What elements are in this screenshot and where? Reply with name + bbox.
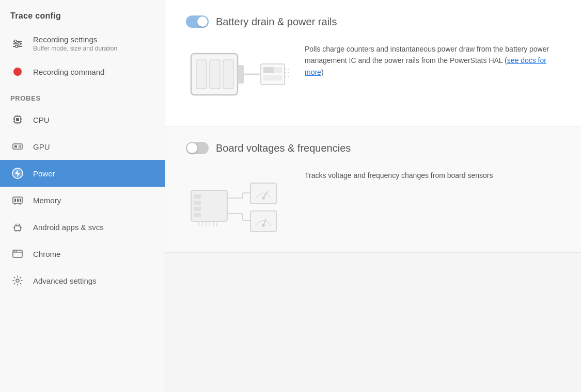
cpu-label: CPU bbox=[33, 116, 50, 124]
sidebar-item-cpu[interactable]: CPU bbox=[0, 106, 165, 133]
svg-point-37 bbox=[19, 224, 20, 225]
chrome-label: Chrome bbox=[33, 250, 60, 258]
advanced-settings-label: Advanced settings bbox=[33, 276, 97, 285]
record-icon bbox=[10, 64, 25, 79]
svg-rect-48 bbox=[238, 65, 244, 84]
battery-illustration bbox=[186, 38, 289, 110]
sidebar-item-recording-command[interactable]: Recording command bbox=[0, 58, 165, 85]
sliders-icon bbox=[10, 37, 25, 51]
svg-rect-29 bbox=[17, 199, 19, 202]
power-label: Power bbox=[33, 169, 55, 178]
sidebar-item-power[interactable]: Power bbox=[0, 160, 165, 187]
board-toggle[interactable] bbox=[186, 142, 209, 154]
board-header: Board voltages & frequencies bbox=[186, 142, 560, 154]
sidebar-item-chrome[interactable]: Chrome bbox=[0, 240, 165, 267]
svg-point-36 bbox=[15, 224, 17, 225]
battery-body: Polls charge counters and instantaneous … bbox=[186, 38, 560, 110]
svg-point-5 bbox=[15, 45, 18, 47]
svg-point-3 bbox=[14, 40, 17, 42]
sidebar: Trace config Recording settings Buffer m… bbox=[0, 0, 165, 392]
svg-rect-8 bbox=[16, 118, 19, 121]
battery-toggle[interactable] bbox=[186, 15, 209, 28]
board-illustration bbox=[186, 165, 289, 237]
battery-header: Battery drain & power rails bbox=[186, 15, 560, 28]
power-icon bbox=[10, 166, 25, 181]
recording-settings-label: Recording settings bbox=[33, 35, 117, 44]
settings-icon bbox=[10, 273, 25, 288]
svg-rect-55 bbox=[263, 67, 274, 73]
battery-section: Battery drain & power rails bbox=[165, 0, 581, 126]
svg-rect-63 bbox=[194, 207, 201, 211]
svg-rect-51 bbox=[223, 60, 233, 89]
memory-label: Memory bbox=[33, 196, 61, 205]
svg-point-46 bbox=[16, 279, 19, 282]
battery-title: Battery drain & power rails bbox=[216, 16, 337, 28]
sidebar-item-android[interactable]: Android apps & svcs bbox=[0, 214, 165, 240]
android-icon bbox=[10, 220, 25, 234]
svg-rect-30 bbox=[20, 199, 21, 202]
svg-point-4 bbox=[18, 42, 21, 45]
svg-rect-50 bbox=[210, 60, 220, 89]
gpu-icon bbox=[10, 139, 25, 154]
memory-icon bbox=[10, 193, 25, 207]
svg-rect-33 bbox=[14, 226, 21, 231]
sidebar-item-advanced-settings[interactable]: Advanced settings bbox=[0, 267, 165, 294]
board-title: Board voltages & frequencies bbox=[216, 142, 351, 154]
battery-description: Polls charge counters and instantaneous … bbox=[305, 38, 560, 78]
svg-point-6 bbox=[13, 68, 22, 76]
board-section: Board voltages & frequencies bbox=[165, 126, 581, 253]
svg-rect-62 bbox=[194, 201, 201, 205]
board-description: Tracks voltage and frequency changes fro… bbox=[305, 165, 560, 181]
main-content: Battery drain & power rails bbox=[165, 0, 581, 392]
board-body: Tracks voltage and frequency changes fro… bbox=[186, 165, 560, 237]
gpu-label: GPU bbox=[33, 142, 50, 151]
svg-rect-80 bbox=[250, 211, 276, 232]
recording-command-label: Recording command bbox=[33, 68, 104, 76]
sidebar-item-recording-settings[interactable]: Recording settings Buffer mode, size and… bbox=[0, 29, 165, 58]
sidebar-title: Trace config bbox=[0, 0, 165, 29]
svg-rect-61 bbox=[194, 194, 201, 199]
recording-settings-sub: Buffer mode, size and duration bbox=[33, 45, 117, 52]
svg-rect-64 bbox=[194, 213, 201, 217]
sidebar-item-gpu[interactable]: GPU bbox=[0, 133, 165, 160]
svg-rect-28 bbox=[14, 199, 16, 202]
svg-rect-56 bbox=[263, 75, 282, 80]
svg-point-44 bbox=[14, 251, 15, 252]
svg-point-45 bbox=[16, 251, 17, 252]
android-label: Android apps & svcs bbox=[33, 223, 104, 232]
probes-section-label: Probes bbox=[0, 85, 165, 106]
chrome-icon bbox=[10, 247, 25, 261]
cpu-icon bbox=[10, 112, 25, 127]
svg-rect-49 bbox=[196, 60, 207, 89]
sidebar-item-memory[interactable]: Memory bbox=[0, 187, 165, 214]
svg-rect-22 bbox=[14, 145, 17, 148]
